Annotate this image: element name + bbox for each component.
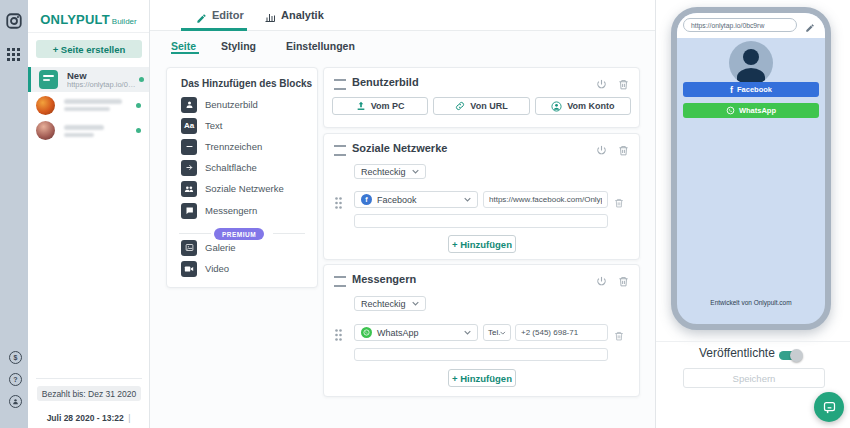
edit-url-pencil-icon[interactable] (805, 19, 815, 37)
add-social-label: + Hinzufügen (452, 239, 512, 250)
phone-preview: https://onlytap.io/0bc9rw f Facebook Wha… (671, 7, 831, 330)
facebook-glyph-icon: f (730, 85, 733, 95)
palette-item-trennzeichen[interactable]: Trennzeichen (181, 136, 311, 157)
account-icon[interactable] (9, 395, 22, 408)
shape-select[interactable]: Rechteckig (354, 164, 426, 179)
facebook-icon: f (361, 194, 372, 205)
instagram-icon[interactable] (5, 12, 23, 34)
from-pc-button[interactable]: Vom PC (332, 97, 428, 115)
support-chat-button[interactable] (814, 392, 844, 422)
social-url-input[interactable] (483, 191, 608, 208)
account-person-icon (551, 101, 562, 112)
drag-handle-icon[interactable] (334, 79, 346, 90)
apps-grid-icon[interactable] (7, 47, 20, 65)
row-grip-icon[interactable] (335, 327, 342, 345)
phone-number-input[interactable] (515, 324, 608, 341)
power-icon[interactable] (596, 273, 607, 291)
tab-editor[interactable]: Editor (212, 9, 244, 21)
messenger-select[interactable]: WhatsApp (354, 324, 478, 341)
logo[interactable]: ONLYPULTBuilder (28, 10, 149, 28)
save-button[interactable]: Speichern (683, 368, 825, 388)
chat-icon (181, 203, 197, 219)
pages-sidebar: ONLYPULTBuilder + Seite erstellen New ht… (28, 0, 150, 428)
power-icon[interactable] (596, 76, 607, 94)
palette-item-label: Schaltfläche (205, 162, 257, 173)
preview-url-pill[interactable]: https://onlytap.io/0bc9rw (683, 18, 797, 32)
shape-value: Rechteckig (361, 167, 406, 177)
power-icon[interactable] (596, 142, 607, 160)
active-tab-underline (181, 28, 247, 31)
add-messenger-button[interactable]: + Hinzufügen (448, 369, 516, 387)
palette-item-galerie[interactable]: Galerie (181, 237, 311, 258)
preview-whatsapp-label: WhatsApp (739, 106, 776, 115)
people-icon (181, 181, 197, 197)
from-account-label: Vom Konto (567, 101, 614, 111)
from-url-button[interactable]: Von URL (433, 97, 529, 115)
row-trash-icon[interactable] (614, 327, 624, 345)
main-header: Editor Analytik (150, 0, 655, 31)
trash-icon[interactable] (618, 273, 629, 291)
save-label: Speichern (733, 373, 776, 384)
drag-handle-icon[interactable] (334, 145, 346, 156)
button-icon (181, 160, 197, 176)
create-page-button[interactable]: + Seite erstellen (36, 40, 142, 58)
social-empty-input[interactable] (354, 214, 608, 228)
block-soziale-netzwerke: Soziale Netzwerke Rechteckig f Facebook (323, 133, 640, 260)
trash-icon[interactable] (618, 142, 629, 160)
tab-analytics[interactable]: Analytik (281, 9, 324, 21)
link-icon (455, 101, 465, 111)
published-toggle[interactable] (779, 349, 803, 362)
palette-item-messengern[interactable]: Messengern (181, 200, 311, 221)
from-account-button[interactable]: Vom Konto (535, 97, 631, 115)
phone-address-bar: https://onlytap.io/0bc9rw (677, 13, 825, 38)
shape-value: Rechteckig (361, 299, 406, 309)
shape-select[interactable]: Rechteckig (354, 296, 426, 311)
row-trash-icon[interactable] (614, 194, 624, 212)
subtab-seite[interactable]: Seite (171, 40, 196, 52)
from-pc-label: Vom PC (371, 101, 405, 111)
video-icon (181, 261, 197, 277)
help-glyph: ? (13, 376, 17, 383)
blurred-page-url (64, 107, 110, 111)
preview-facebook-button[interactable]: f Facebook (683, 82, 819, 97)
page-list-item[interactable] (28, 93, 149, 118)
from-url-label: Von URL (470, 101, 507, 111)
network-select[interactable]: f Facebook (354, 191, 478, 208)
blurred-page-title (64, 99, 122, 104)
palette-item-text[interactable]: Aa Text (181, 115, 311, 136)
subtab-einstellungen[interactable]: Einstellungen (286, 40, 355, 52)
help-icon[interactable]: ? (9, 373, 22, 386)
row-grip-icon[interactable] (335, 195, 342, 213)
palette-item-benutzerbild[interactable]: Benutzerbild (181, 94, 311, 115)
billing-icon[interactable]: $ (9, 351, 22, 364)
palette-item-soziale-netzwerke[interactable]: Soziale Netzwerke (181, 178, 311, 199)
published-label: Veröffentlichte (699, 346, 775, 360)
app-rail: $ ? (0, 0, 28, 428)
chevron-down-icon (412, 301, 419, 306)
preview-whatsapp-button[interactable]: WhatsApp (683, 103, 819, 118)
block-title: Soziale Netzwerke (352, 142, 447, 154)
subtab-styling[interactable]: Styling (221, 40, 256, 52)
add-social-button[interactable]: + Hinzufügen (448, 235, 516, 253)
trash-icon[interactable] (618, 76, 629, 94)
palette-item-schaltflaeche[interactable]: Schaltfläche (181, 157, 311, 178)
page-url: https://onlytap.io/0bc9rw (67, 80, 137, 89)
tel-type-value: Tel. (488, 328, 500, 337)
upload-icon (356, 101, 366, 111)
separator: | (128, 413, 130, 423)
avatar-placeholder (729, 41, 773, 85)
palette-item-label: Galerie (205, 242, 236, 253)
block-palette: Das Hinzufügen des Blocks Benutzerbild A… (166, 67, 318, 288)
palette-item-video[interactable]: Video (181, 258, 311, 279)
block-title: Messengern (352, 273, 416, 285)
drag-handle-icon[interactable] (334, 276, 346, 287)
page-thumbnail (39, 70, 58, 89)
block-palette-title: Das Hinzufügen des Blocks (181, 78, 312, 89)
chevron-down-icon (500, 331, 506, 335)
messenger-empty-input[interactable] (354, 348, 608, 361)
page-list-item[interactable] (28, 118, 149, 143)
page-list-item-new[interactable]: New https://onlytap.io/0bc9rw (28, 67, 149, 92)
divider (179, 233, 211, 234)
tel-type-select[interactable]: Tel. (483, 324, 511, 341)
palette-item-label: Text (205, 120, 222, 131)
